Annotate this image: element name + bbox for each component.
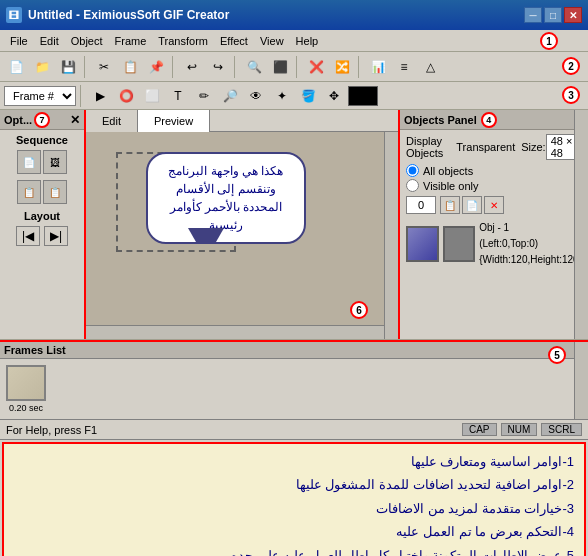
tb-lines[interactable]: ≡ <box>392 55 416 79</box>
tb-redo[interactable]: ↪ <box>206 55 230 79</box>
center-area: Edit Preview هكذا هي واجهة البرنامجوتنقس… <box>86 110 400 339</box>
circle-4: 4 <box>481 112 497 128</box>
menu-help[interactable]: Help <box>290 33 325 49</box>
seq-icon-1[interactable]: 📄 <box>17 150 41 174</box>
circle-5: 5 <box>548 346 566 364</box>
tb2-circ[interactable]: ⭕ <box>114 84 138 108</box>
tb2-fill[interactable]: 🪣 <box>296 84 320 108</box>
obj-action-buttons: 📋 📄 ✕ <box>440 196 504 214</box>
size-label: Size: <box>521 141 545 153</box>
obj-thumbnail-2 <box>443 226 476 262</box>
obj-info: Obj - 1 (Left:0,Top:0) {Width:120,Height… <box>479 220 582 268</box>
seq-icon-3[interactable]: 📋 <box>17 180 41 204</box>
tab-edit[interactable]: Edit <box>86 110 138 132</box>
canvas-area[interactable]: هكذا هي واجهة البرنامجوتنقسم إلى الأقسام… <box>86 132 398 339</box>
menu-view[interactable]: View <box>254 33 290 49</box>
tb-cut[interactable]: ✂ <box>92 55 116 79</box>
seq-icon-4[interactable]: 📋 <box>43 180 67 204</box>
canvas-scrollbar-vertical[interactable] <box>384 132 398 339</box>
left-panel-close[interactable]: ✕ <box>70 113 80 127</box>
nav-next[interactable]: ▶| <box>44 226 68 246</box>
tb-zoom[interactable]: 🔍 <box>242 55 266 79</box>
annotation-text: هكذا هي واجهة البرنامجوتنقسم إلى الأقسام… <box>168 164 283 232</box>
tb-copy[interactable]: 📋 <box>118 55 142 79</box>
sep3 <box>234 56 238 78</box>
sequence-icons: 📄 🖼 <box>4 150 80 174</box>
sep4 <box>296 56 300 78</box>
obj-copy-btn[interactable]: 📋 <box>440 196 460 214</box>
status-scrl: SCRL <box>541 423 582 436</box>
tab-preview[interactable]: Preview <box>138 110 210 132</box>
obj-name: Obj - 1 <box>479 220 582 236</box>
annotation-area: 1-اوامر اساسية ومتعارف عليها 2-اوامر اضا… <box>2 442 586 556</box>
tb2-pen[interactable]: ✏ <box>192 84 216 108</box>
circle-1: 1 <box>540 32 558 50</box>
tb-open[interactable]: 📁 <box>30 55 54 79</box>
menu-effect[interactable]: Effect <box>214 33 254 49</box>
tb-save[interactable]: 💾 <box>56 55 80 79</box>
tb2-text[interactable]: T <box>166 84 190 108</box>
nav-prev[interactable]: |◀ <box>16 226 40 246</box>
status-num: NUM <box>501 423 538 436</box>
tb2-rect[interactable]: ⬜ <box>140 84 164 108</box>
tb2-star[interactable]: ✦ <box>270 84 294 108</box>
radio-visible-label: Visible only <box>423 180 478 192</box>
left-panel-body: Sequence 📄 🖼 📋 📋 Layout |◀ ▶| <box>0 130 84 250</box>
sequence-row2: 📋 📋 <box>4 180 80 204</box>
radio-visible[interactable]: Visible only <box>406 179 582 192</box>
tb2-move[interactable]: ✥ <box>322 84 346 108</box>
sequence-label: Sequence <box>4 134 80 146</box>
tb-chart[interactable]: 📊 <box>366 55 390 79</box>
seq-icon-2[interactable]: 🖼 <box>43 150 67 174</box>
objects-panel-body: Display Objects Transparent Size: 48 × 4… <box>400 130 588 272</box>
frame-selector[interactable]: Frame #1 <box>4 86 76 106</box>
color-swatch[interactable] <box>348 86 378 106</box>
menu-object[interactable]: Object <box>65 33 109 49</box>
obj-size-info: {Width:120,Height:120} <box>479 252 582 268</box>
radio-all[interactable]: All objects <box>406 164 582 177</box>
maximize-button[interactable]: □ <box>544 7 562 23</box>
right-panel-scrollbar[interactable] <box>574 110 588 339</box>
menu-file[interactable]: File <box>4 33 34 49</box>
tb-undo[interactable]: ↩ <box>180 55 204 79</box>
radio-all-input[interactable] <box>406 164 419 177</box>
tb-select[interactable]: ⬛ <box>268 55 292 79</box>
circle-3: 3 <box>562 86 580 104</box>
radio-visible-input[interactable] <box>406 179 419 192</box>
tb-new[interactable]: 📄 <box>4 55 28 79</box>
tb2-play[interactable]: ▶ <box>88 84 112 108</box>
obj-pos: (Left:0,Top:0) <box>479 236 582 252</box>
left-panel: Opt... 7 ✕ Sequence 📄 🖼 📋 📋 Layout |◀ ▶| <box>0 110 86 339</box>
right-panel: Objects Panel 4 ✕ Display Objects Transp… <box>400 110 588 339</box>
objects-panel-header: Objects Panel 4 ✕ <box>400 110 588 130</box>
window-controls: ─ □ ✕ <box>524 7 582 23</box>
left-panel-header: Opt... 7 ✕ <box>0 110 84 130</box>
frame-item-1[interactable]: 0.20 sec <box>6 365 46 413</box>
frames-scrollbar[interactable] <box>574 342 588 419</box>
annotation-bubble: هكذا هي واجهة البرنامجوتنقسم إلى الأقسام… <box>146 152 306 244</box>
transparent-label: Transparent <box>456 141 515 153</box>
canvas-scrollbar-horizontal[interactable] <box>86 325 384 339</box>
obj-paste-btn[interactable]: 📄 <box>462 196 482 214</box>
display-row: Display Objects Transparent Size: 48 × 4… <box>406 134 582 160</box>
menu-edit[interactable]: Edit <box>34 33 65 49</box>
circle-7: 7 <box>34 112 50 128</box>
tb2-eye[interactable]: 👁 <box>244 84 268 108</box>
tb2-zoom2[interactable]: 🔎 <box>218 84 242 108</box>
obj-num-input[interactable] <box>406 196 436 214</box>
center-tabs: Edit Preview <box>86 110 398 132</box>
tb-shuffle[interactable]: 🔀 <box>330 55 354 79</box>
menu-frame[interactable]: Frame <box>109 33 153 49</box>
obj-delete-btn[interactable]: ✕ <box>484 196 504 214</box>
tb-paste[interactable]: 📌 <box>144 55 168 79</box>
annotation-line-2: 2-اوامر اضافية لتحديد اضافات للمدة المشغ… <box>14 473 574 496</box>
minimize-button[interactable]: ─ <box>524 7 542 23</box>
tb-shape[interactable]: △ <box>418 55 442 79</box>
sep1 <box>84 56 88 78</box>
close-button[interactable]: ✕ <box>564 7 582 23</box>
menu-transform[interactable]: Transform <box>152 33 214 49</box>
tb-delete[interactable]: ❌ <box>304 55 328 79</box>
menu-bar: File Edit Object Frame Transform Effect … <box>0 30 588 52</box>
frame-thumbnail-1 <box>6 365 46 401</box>
annotation-line-3: 3-خيارات متقدمة لمزيد من الاضافات <box>14 497 574 520</box>
